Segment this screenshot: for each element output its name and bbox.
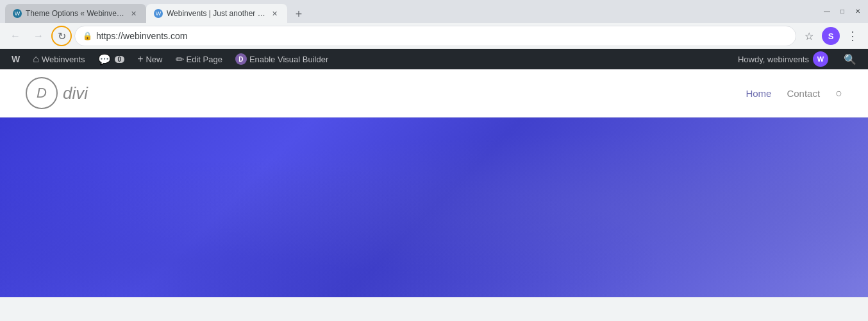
forward-button[interactable]: → — [28, 26, 49, 46]
bookmark-button[interactable]: ☆ — [799, 26, 819, 46]
address-bar: ← → ↻ 🔒 https://webinvents.com ☆ S ⋮ — [0, 23, 868, 49]
logo-circle: D — [26, 77, 58, 109]
tab-favicon-1: W — [13, 9, 22, 18]
close-button[interactable]: ✕ — [853, 6, 863, 16]
reload-button[interactable]: ↻ — [51, 26, 72, 46]
site-logo: D divi — [26, 77, 88, 109]
user-avatar: W — [813, 51, 828, 67]
tab-title-1: Theme Options « Webinvents — — [26, 9, 124, 18]
url-text: https://webinvents.com — [96, 31, 788, 41]
tab-1[interactable]: W Theme Options « Webinvents — ✕ — [5, 4, 146, 23]
wp-admin-bar-items: W ⌂ Webinvents 💬 0 + New — [5, 49, 731, 69]
howdy-text: Howdy, webinvents — [738, 55, 809, 64]
minimize-button[interactable]: — — [822, 6, 832, 16]
wp-new-item[interactable]: + New — [131, 49, 169, 69]
wp-comments-item[interactable]: 💬 0 — [92, 49, 131, 69]
divi-icon: D — [235, 53, 247, 65]
window-controls: — □ ✕ — [822, 6, 863, 20]
wp-bar-right: Howdy, webinvents W 🔍 — [731, 51, 863, 67]
howdy-section[interactable]: Howdy, webinvents W — [731, 51, 835, 67]
tab-title-2: Webinvents | Just another Word… — [167, 9, 265, 18]
hero-section — [0, 117, 868, 297]
title-bar: W Theme Options « Webinvents — ✕ W Webin… — [0, 0, 868, 23]
wp-site-name-item[interactable]: ⌂ Webinvents — [26, 49, 91, 69]
site-header: D divi Home Contact ○ — [0, 69, 868, 117]
logo-letter: D — [37, 85, 47, 101]
wp-admin-bar: W ⌂ Webinvents 💬 0 + New — [0, 49, 868, 69]
nav-link-home[interactable]: Home — [746, 88, 771, 99]
hero-overlay — [0, 117, 868, 297]
new-tab-button[interactable]: + — [290, 5, 308, 23]
more-options-button[interactable]: ⋮ — [842, 26, 863, 46]
tab-close-1[interactable]: ✕ — [128, 8, 138, 19]
wp-divi-label: Enable Visual Builder — [249, 55, 328, 64]
comments-icon: 💬 — [98, 53, 111, 65]
wp-new-label: New — [146, 55, 162, 64]
wp-edit-page-label: Edit Page — [187, 55, 222, 64]
nav-link-contact[interactable]: Contact — [787, 88, 820, 99]
wp-search-button[interactable]: 🔍 — [837, 53, 863, 65]
wp-logo-item[interactable]: W — [5, 49, 26, 69]
back-button[interactable]: ← — [5, 26, 26, 46]
comment-count: 0 — [115, 56, 125, 63]
tab-2[interactable]: W Webinvents | Just another Word… ✕ — [146, 4, 287, 23]
lock-icon: 🔒 — [83, 31, 92, 40]
tab-close-2[interactable]: ✕ — [269, 8, 280, 19]
nav-search-icon[interactable]: ○ — [835, 87, 842, 100]
profile-button[interactable]: S — [822, 27, 840, 45]
wp-site-name-label: Webinvents — [42, 55, 85, 64]
tab-favicon-2: W — [154, 9, 163, 18]
site-nav: Home Contact ○ — [746, 87, 842, 100]
toolbar-right: ☆ S ⋮ — [799, 26, 863, 46]
website-content: W ⌂ Webinvents 💬 0 + New — [0, 49, 868, 297]
edit-icon: ✏ — [176, 53, 184, 65]
logo-text: divi — [63, 83, 88, 103]
wp-logo-icon: W — [12, 54, 20, 64]
browser-window: W Theme Options « Webinvents — ✕ W Webin… — [0, 0, 868, 297]
site-icon: ⌂ — [33, 53, 39, 65]
wp-edit-page-item[interactable]: ✏ Edit Page — [169, 49, 229, 69]
url-bar[interactable]: 🔒 https://webinvents.com — [74, 26, 796, 46]
maximize-button[interactable]: □ — [837, 6, 847, 16]
tabs-container: W Theme Options « Webinvents — ✕ W Webin… — [5, 3, 822, 23]
new-icon: + — [137, 53, 143, 65]
wp-divi-item[interactable]: D Enable Visual Builder — [229, 49, 335, 69]
